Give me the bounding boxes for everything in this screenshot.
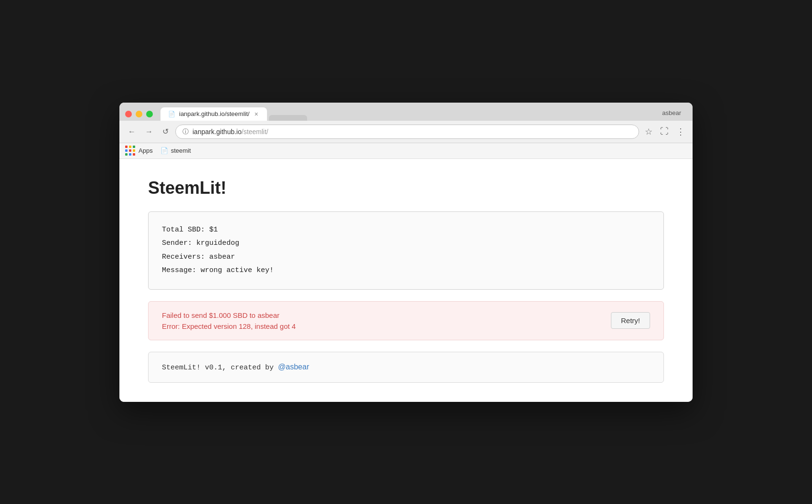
steemit-bookmark[interactable]: 📄 steemit: [160, 147, 191, 154]
user-label: asbear: [662, 109, 687, 118]
back-button[interactable]: ←: [125, 126, 139, 137]
footer-prefix: SteemLit! v0.1, created by: [162, 364, 278, 372]
reload-button[interactable]: ↺: [160, 126, 171, 137]
menu-button[interactable]: ⋮: [674, 126, 687, 138]
inactive-tab[interactable]: [269, 115, 307, 121]
close-button[interactable]: [125, 111, 132, 117]
page-title: SteemLit!: [148, 178, 664, 198]
error-line-2: Error: Expected version 128, instead got…: [162, 322, 296, 330]
tab-page-icon: 📄: [168, 111, 175, 117]
info-line-4: Message: wrong active key!: [162, 264, 650, 278]
footer-link[interactable]: @asbear: [278, 363, 309, 371]
address-url: ianpark.github.io/steemlit/: [192, 128, 268, 136]
nav-bar: ← → ↺ ⓘ ianpark.github.io/steemlit/ ☆ ⛶ …: [119, 121, 693, 143]
active-tab[interactable]: 📄 ianpark.github.io/steemlit/ ×: [160, 107, 267, 121]
info-box: Total SBD: $1 Sender: krguidedog Receive…: [148, 211, 664, 290]
info-line-1: Total SBD: $1: [162, 223, 650, 237]
fullscreen-button[interactable]: ⛶: [658, 126, 671, 137]
forward-button[interactable]: →: [142, 126, 156, 137]
info-line-3: Receivers: asbear: [162, 251, 650, 264]
bookmark-page-icon: 📄: [160, 147, 168, 154]
nav-actions: ☆ ⛶ ⋮: [643, 126, 687, 138]
tab-bar: 📄 ianpark.github.io/steemlit/ ×: [160, 107, 658, 121]
info-line-2: Sender: krguidedog: [162, 237, 650, 251]
apps-grid-icon: [125, 146, 136, 156]
address-bar[interactable]: ⓘ ianpark.github.io/steemlit/: [175, 125, 639, 139]
steemit-label: steemit: [171, 147, 191, 154]
retry-button[interactable]: Retry!: [611, 312, 650, 329]
bookmarks-bar: Apps 📄 steemit: [119, 143, 693, 159]
error-line-1: Failed to send $1.000 SBD to asbear: [162, 311, 296, 319]
tab-close-button[interactable]: ×: [253, 110, 259, 118]
apps-label: Apps: [139, 147, 153, 154]
url-path: /steemlit/: [242, 128, 268, 136]
security-icon: ⓘ: [182, 127, 189, 136]
minimize-button[interactable]: [136, 111, 142, 117]
window-controls: [125, 111, 153, 117]
tab-label: ianpark.github.io/steemlit/: [179, 110, 249, 117]
apps-bookmark[interactable]: Apps: [125, 146, 153, 156]
error-box: Failed to send $1.000 SBD to asbear Erro…: [148, 301, 664, 340]
title-bar: 📄 ianpark.github.io/steemlit/ × asbear: [119, 103, 693, 121]
maximize-button[interactable]: [146, 111, 153, 117]
browser-window: 📄 ianpark.github.io/steemlit/ × asbear ←…: [119, 103, 693, 402]
footer-box: SteemLit! v0.1, created by @asbear: [148, 352, 664, 383]
error-messages: Failed to send $1.000 SBD to asbear Erro…: [162, 311, 296, 330]
bookmark-star-button[interactable]: ☆: [643, 126, 654, 138]
url-domain: ianpark.github.io: [192, 128, 242, 136]
page-content: SteemLit! Total SBD: $1 Sender: krguided…: [119, 159, 693, 402]
